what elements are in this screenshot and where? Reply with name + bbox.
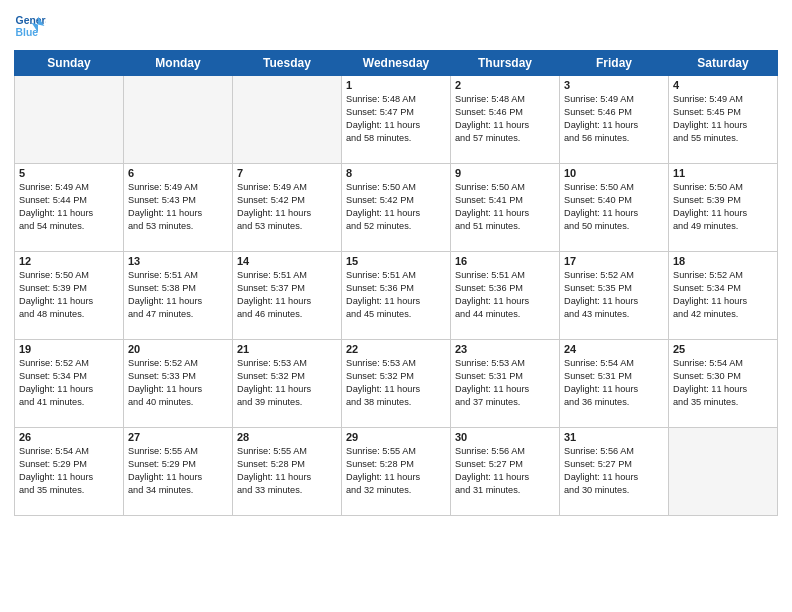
day-number: 1 xyxy=(346,79,446,91)
calendar-week-1: 1Sunrise: 5:48 AM Sunset: 5:47 PM Daylig… xyxy=(15,76,778,164)
day-number: 7 xyxy=(237,167,337,179)
calendar-cell: 8Sunrise: 5:50 AM Sunset: 5:42 PM Daylig… xyxy=(342,164,451,252)
day-number: 15 xyxy=(346,255,446,267)
logo: General Blue xyxy=(14,10,48,42)
cell-content: Sunrise: 5:51 AM Sunset: 5:36 PM Dayligh… xyxy=(346,269,446,321)
day-number: 13 xyxy=(128,255,228,267)
day-number: 4 xyxy=(673,79,773,91)
calendar-week-4: 19Sunrise: 5:52 AM Sunset: 5:34 PM Dayli… xyxy=(15,340,778,428)
weekday-header-tuesday: Tuesday xyxy=(233,51,342,76)
calendar-cell: 9Sunrise: 5:50 AM Sunset: 5:41 PM Daylig… xyxy=(451,164,560,252)
cell-content: Sunrise: 5:53 AM Sunset: 5:32 PM Dayligh… xyxy=(237,357,337,409)
page-container: General Blue SundayMondayTuesdayWednesda… xyxy=(0,0,792,522)
calendar-cell: 23Sunrise: 5:53 AM Sunset: 5:31 PM Dayli… xyxy=(451,340,560,428)
cell-content: Sunrise: 5:49 AM Sunset: 5:42 PM Dayligh… xyxy=(237,181,337,233)
calendar-cell: 17Sunrise: 5:52 AM Sunset: 5:35 PM Dayli… xyxy=(560,252,669,340)
day-number: 24 xyxy=(564,343,664,355)
cell-content: Sunrise: 5:50 AM Sunset: 5:42 PM Dayligh… xyxy=(346,181,446,233)
calendar-cell: 6Sunrise: 5:49 AM Sunset: 5:43 PM Daylig… xyxy=(124,164,233,252)
calendar-cell: 10Sunrise: 5:50 AM Sunset: 5:40 PM Dayli… xyxy=(560,164,669,252)
cell-content: Sunrise: 5:54 AM Sunset: 5:31 PM Dayligh… xyxy=(564,357,664,409)
calendar-cell: 2Sunrise: 5:48 AM Sunset: 5:46 PM Daylig… xyxy=(451,76,560,164)
day-number: 29 xyxy=(346,431,446,443)
day-number: 6 xyxy=(128,167,228,179)
cell-content: Sunrise: 5:49 AM Sunset: 5:45 PM Dayligh… xyxy=(673,93,773,145)
calendar-cell: 4Sunrise: 5:49 AM Sunset: 5:45 PM Daylig… xyxy=(669,76,778,164)
calendar-cell: 19Sunrise: 5:52 AM Sunset: 5:34 PM Dayli… xyxy=(15,340,124,428)
day-number: 12 xyxy=(19,255,119,267)
page-header: General Blue xyxy=(14,10,778,42)
svg-text:Blue: Blue xyxy=(16,27,39,38)
day-number: 16 xyxy=(455,255,555,267)
calendar-week-5: 26Sunrise: 5:54 AM Sunset: 5:29 PM Dayli… xyxy=(15,428,778,516)
day-number: 5 xyxy=(19,167,119,179)
calendar-cell: 11Sunrise: 5:50 AM Sunset: 5:39 PM Dayli… xyxy=(669,164,778,252)
calendar-cell: 5Sunrise: 5:49 AM Sunset: 5:44 PM Daylig… xyxy=(15,164,124,252)
cell-content: Sunrise: 5:49 AM Sunset: 5:46 PM Dayligh… xyxy=(564,93,664,145)
day-number: 21 xyxy=(237,343,337,355)
calendar-cell: 7Sunrise: 5:49 AM Sunset: 5:42 PM Daylig… xyxy=(233,164,342,252)
calendar-table: SundayMondayTuesdayWednesdayThursdayFrid… xyxy=(14,50,778,516)
day-number: 11 xyxy=(673,167,773,179)
day-number: 31 xyxy=(564,431,664,443)
calendar-cell: 14Sunrise: 5:51 AM Sunset: 5:37 PM Dayli… xyxy=(233,252,342,340)
day-number: 26 xyxy=(19,431,119,443)
cell-content: Sunrise: 5:51 AM Sunset: 5:37 PM Dayligh… xyxy=(237,269,337,321)
cell-content: Sunrise: 5:51 AM Sunset: 5:38 PM Dayligh… xyxy=(128,269,228,321)
cell-content: Sunrise: 5:55 AM Sunset: 5:29 PM Dayligh… xyxy=(128,445,228,497)
cell-content: Sunrise: 5:56 AM Sunset: 5:27 PM Dayligh… xyxy=(455,445,555,497)
cell-content: Sunrise: 5:50 AM Sunset: 5:39 PM Dayligh… xyxy=(673,181,773,233)
calendar-cell: 1Sunrise: 5:48 AM Sunset: 5:47 PM Daylig… xyxy=(342,76,451,164)
weekday-header-friday: Friday xyxy=(560,51,669,76)
calendar-cell xyxy=(15,76,124,164)
weekday-header-wednesday: Wednesday xyxy=(342,51,451,76)
day-number: 17 xyxy=(564,255,664,267)
day-number: 27 xyxy=(128,431,228,443)
calendar-cell: 18Sunrise: 5:52 AM Sunset: 5:34 PM Dayli… xyxy=(669,252,778,340)
cell-content: Sunrise: 5:50 AM Sunset: 5:41 PM Dayligh… xyxy=(455,181,555,233)
cell-content: Sunrise: 5:56 AM Sunset: 5:27 PM Dayligh… xyxy=(564,445,664,497)
cell-content: Sunrise: 5:48 AM Sunset: 5:46 PM Dayligh… xyxy=(455,93,555,145)
calendar-cell xyxy=(124,76,233,164)
cell-content: Sunrise: 5:53 AM Sunset: 5:32 PM Dayligh… xyxy=(346,357,446,409)
weekday-header-sunday: Sunday xyxy=(15,51,124,76)
calendar-cell: 24Sunrise: 5:54 AM Sunset: 5:31 PM Dayli… xyxy=(560,340,669,428)
cell-content: Sunrise: 5:54 AM Sunset: 5:30 PM Dayligh… xyxy=(673,357,773,409)
calendar-cell: 27Sunrise: 5:55 AM Sunset: 5:29 PM Dayli… xyxy=(124,428,233,516)
day-number: 3 xyxy=(564,79,664,91)
calendar-cell: 28Sunrise: 5:55 AM Sunset: 5:28 PM Dayli… xyxy=(233,428,342,516)
calendar-cell: 31Sunrise: 5:56 AM Sunset: 5:27 PM Dayli… xyxy=(560,428,669,516)
day-number: 14 xyxy=(237,255,337,267)
cell-content: Sunrise: 5:48 AM Sunset: 5:47 PM Dayligh… xyxy=(346,93,446,145)
day-number: 23 xyxy=(455,343,555,355)
calendar-cell: 30Sunrise: 5:56 AM Sunset: 5:27 PM Dayli… xyxy=(451,428,560,516)
day-number: 9 xyxy=(455,167,555,179)
cell-content: Sunrise: 5:52 AM Sunset: 5:34 PM Dayligh… xyxy=(19,357,119,409)
cell-content: Sunrise: 5:52 AM Sunset: 5:35 PM Dayligh… xyxy=(564,269,664,321)
calendar-cell: 22Sunrise: 5:53 AM Sunset: 5:32 PM Dayli… xyxy=(342,340,451,428)
calendar-cell xyxy=(233,76,342,164)
calendar-cell: 29Sunrise: 5:55 AM Sunset: 5:28 PM Dayli… xyxy=(342,428,451,516)
calendar-cell: 16Sunrise: 5:51 AM Sunset: 5:36 PM Dayli… xyxy=(451,252,560,340)
day-number: 20 xyxy=(128,343,228,355)
calendar-cell xyxy=(669,428,778,516)
day-number: 28 xyxy=(237,431,337,443)
calendar-cell: 20Sunrise: 5:52 AM Sunset: 5:33 PM Dayli… xyxy=(124,340,233,428)
calendar-cell: 15Sunrise: 5:51 AM Sunset: 5:36 PM Dayli… xyxy=(342,252,451,340)
cell-content: Sunrise: 5:50 AM Sunset: 5:40 PM Dayligh… xyxy=(564,181,664,233)
day-number: 10 xyxy=(564,167,664,179)
calendar-week-3: 12Sunrise: 5:50 AM Sunset: 5:39 PM Dayli… xyxy=(15,252,778,340)
weekday-header-saturday: Saturday xyxy=(669,51,778,76)
calendar-cell: 13Sunrise: 5:51 AM Sunset: 5:38 PM Dayli… xyxy=(124,252,233,340)
weekday-header-thursday: Thursday xyxy=(451,51,560,76)
day-number: 19 xyxy=(19,343,119,355)
cell-content: Sunrise: 5:50 AM Sunset: 5:39 PM Dayligh… xyxy=(19,269,119,321)
cell-content: Sunrise: 5:55 AM Sunset: 5:28 PM Dayligh… xyxy=(346,445,446,497)
day-number: 18 xyxy=(673,255,773,267)
day-number: 30 xyxy=(455,431,555,443)
cell-content: Sunrise: 5:53 AM Sunset: 5:31 PM Dayligh… xyxy=(455,357,555,409)
day-number: 2 xyxy=(455,79,555,91)
cell-content: Sunrise: 5:55 AM Sunset: 5:28 PM Dayligh… xyxy=(237,445,337,497)
logo-icon: General Blue xyxy=(14,10,46,42)
calendar-cell: 26Sunrise: 5:54 AM Sunset: 5:29 PM Dayli… xyxy=(15,428,124,516)
